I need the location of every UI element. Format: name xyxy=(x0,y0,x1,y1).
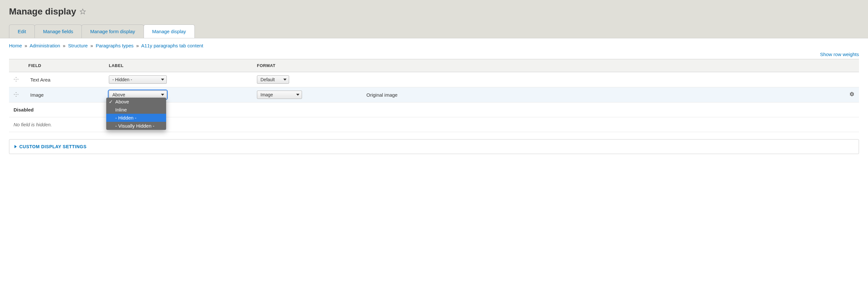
details-summary-label: Custom display settings xyxy=(19,144,87,149)
breadcrumb-home[interactable]: Home xyxy=(9,43,22,48)
gear-icon[interactable] xyxy=(849,92,855,98)
breadcrumb-current[interactable]: A11y paragraphs tab content xyxy=(141,43,204,48)
primary-tabs: Edit Manage fields Manage form display M… xyxy=(9,25,859,38)
drag-handle-icon[interactable] xyxy=(13,92,19,98)
field-name-label: Text Area xyxy=(30,77,51,83)
table-row: Text Area - Hidden - Default xyxy=(9,72,859,87)
breadcrumb: Home » Administration » Structure » Para… xyxy=(9,43,859,48)
display-fields-table: Field Label Format Text Area - Hid xyxy=(9,59,859,132)
triangle-right-icon xyxy=(14,145,17,148)
star-icon[interactable] xyxy=(80,8,86,15)
dropdown-option-above[interactable]: Above xyxy=(106,98,166,106)
format-select[interactable]: Default xyxy=(257,76,289,84)
column-header-drag xyxy=(9,59,24,72)
breadcrumb-separator: » xyxy=(25,43,27,48)
breadcrumb-separator: » xyxy=(136,43,139,48)
column-header-label: Label xyxy=(104,59,252,72)
svg-marker-0 xyxy=(80,9,85,14)
show-row-weights-link[interactable]: Show row weights xyxy=(820,52,859,57)
format-select[interactable]: Image xyxy=(257,91,302,99)
format-summary: Original image xyxy=(366,92,398,98)
tab-manage-form-display[interactable]: Manage form display xyxy=(82,25,144,38)
custom-display-settings-details[interactable]: Custom display settings xyxy=(9,139,859,154)
tab-manage-fields[interactable]: Manage fields xyxy=(34,25,82,38)
column-header-settings xyxy=(840,59,859,72)
field-name-label: Image xyxy=(30,92,44,98)
dropdown-option-hidden[interactable]: - Hidden - xyxy=(106,114,166,122)
column-header-format: Format xyxy=(252,59,362,72)
breadcrumb-administration[interactable]: Administration xyxy=(30,43,60,48)
tab-edit[interactable]: Edit xyxy=(9,25,35,38)
label-dropdown-menu: Above Inline - Hidden - - Visually Hidde… xyxy=(106,98,166,130)
breadcrumb-structure[interactable]: Structure xyxy=(68,43,88,48)
column-header-field: Field xyxy=(24,59,104,72)
drag-handle-icon[interactable] xyxy=(13,77,19,83)
page-title: Manage display xyxy=(9,6,859,17)
dropdown-option-inline[interactable]: Inline xyxy=(106,106,166,114)
column-header-summary xyxy=(362,59,840,72)
breadcrumb-separator: » xyxy=(90,43,93,48)
page-title-text: Manage display xyxy=(9,6,76,17)
breadcrumb-separator: » xyxy=(63,43,65,48)
label-select[interactable]: - Hidden - xyxy=(109,76,167,84)
breadcrumb-paragraphs-types[interactable]: Paragraphs types xyxy=(96,43,134,48)
dropdown-option-visually-hidden[interactable]: - Visually Hidden - xyxy=(106,122,166,130)
table-row: Image Above Above Inline - Hidden - - Vi… xyxy=(9,87,859,103)
tab-manage-display[interactable]: Manage display xyxy=(144,25,195,38)
